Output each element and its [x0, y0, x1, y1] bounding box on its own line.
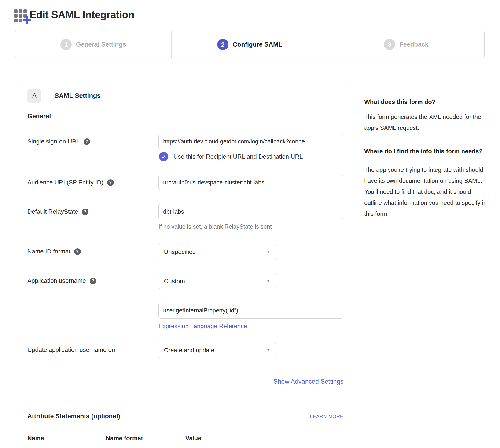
help-icon[interactable]: ? — [82, 208, 88, 215]
column-header-value: Value — [185, 435, 343, 442]
help-icon[interactable]: ? — [90, 278, 96, 284]
selected-value: Create and update — [164, 347, 214, 354]
relaystate-label: Default RelayState — [27, 208, 78, 215]
sso-url-label: Single sign-on URL — [27, 138, 80, 145]
attribute-table-header: Name Name format Value — [27, 435, 343, 442]
show-advanced-settings-link[interactable]: Show Advanced Settings — [274, 378, 343, 385]
use-for-recipient-checkbox[interactable] — [160, 152, 168, 161]
sidebar-heading-where: Where do I find the info this form needs… — [364, 146, 487, 156]
name-id-format-label: Name ID format — [27, 248, 70, 255]
saml-app-icon — [14, 7, 29, 22]
use-for-recipient-label: Use this for Recipient URL and Destinati… — [174, 153, 303, 160]
section-a-badge: A — [27, 89, 41, 102]
expression-language-reference-link[interactable]: Expression Language Reference — [159, 322, 247, 330]
help-icon[interactable]: ? — [83, 138, 90, 145]
update-username-select[interactable]: Create and update ▼ — [159, 342, 276, 358]
page-header: Edit SAML Integration — [14, 7, 134, 22]
selected-value: Unspecified — [164, 248, 196, 256]
chevron-down-icon: ▼ — [266, 348, 270, 352]
step-label: General Settings — [76, 41, 126, 48]
selected-value: Custom — [164, 278, 185, 285]
application-username-row: Application username ? Custom ▼ — [27, 273, 343, 289]
step-feedback[interactable]: 3 Feedback — [328, 31, 484, 58]
audience-uri-label: Audience URI (SP Entity ID) — [27, 179, 103, 186]
chevron-down-icon: ▼ — [266, 250, 270, 254]
application-username-label: Application username — [27, 277, 86, 284]
help-sidebar: What does this form do? This form genera… — [364, 98, 487, 219]
step-label: Feedback — [399, 41, 429, 48]
step-number-badge: 1 — [60, 39, 72, 50]
chevron-down-icon: ▼ — [266, 279, 270, 284]
relaystate-input[interactable] — [159, 204, 343, 219]
saml-settings-card: A SAML Settings General Single sign-on U… — [17, 81, 352, 448]
page-title: Edit SAML Integration — [30, 9, 134, 21]
column-header-name-format: Name format — [106, 435, 185, 442]
audience-uri-row: Audience URI (SP Entity ID) ? — [27, 175, 343, 190]
attribute-statements-heading: Attribute Statements (optional) — [27, 413, 120, 420]
relaystate-hint: If no value is set, a blank RelayState i… — [159, 223, 343, 230]
sidebar-heading-what: What does this form do? — [364, 98, 487, 106]
update-username-label: Update application username on — [27, 346, 115, 353]
column-header-name: Name — [27, 435, 106, 442]
plus-icon — [23, 16, 31, 24]
sidebar-paragraph-what: This form generates the XML needed for t… — [364, 112, 487, 133]
learn-more-link[interactable]: LEARN MORE — [310, 414, 343, 419]
step-number-badge: 2 — [217, 39, 228, 50]
update-username-row: Update application username on Create an… — [27, 342, 343, 358]
audience-uri-input[interactable] — [159, 175, 343, 190]
custom-expression-input[interactable] — [159, 302, 343, 319]
step-general-settings[interactable]: 1 General Settings — [15, 31, 172, 58]
general-heading: General — [27, 112, 343, 120]
step-configure-saml[interactable]: 2 Configure SAML — [172, 31, 328, 58]
section-divider — [27, 400, 343, 400]
name-id-format-select[interactable]: Unspecified ▼ — [159, 244, 276, 260]
name-id-format-row: Name ID format ? Unspecified ▼ — [27, 244, 343, 260]
application-username-select[interactable]: Custom ▼ — [159, 273, 276, 289]
step-number-badge: 3 — [384, 39, 395, 50]
custom-expression-row: Expression Language Reference — [27, 302, 343, 330]
help-icon[interactable]: ? — [107, 179, 114, 186]
check-icon — [161, 154, 166, 159]
sidebar-paragraph-where: The app you're trying to integrate with … — [364, 164, 487, 219]
help-icon[interactable]: ? — [74, 248, 81, 255]
section-title: SAML Settings — [55, 92, 101, 99]
sso-url-input[interactable] — [159, 134, 343, 149]
wizard-steps: 1 General Settings 2 Configure SAML 3 Fe… — [15, 31, 484, 58]
sso-url-row: Single sign-on URL ? Use this for Recipi… — [27, 134, 343, 161]
relaystate-row: Default RelayState ? If no value is set,… — [27, 204, 343, 230]
step-label: Configure SAML — [233, 41, 282, 48]
